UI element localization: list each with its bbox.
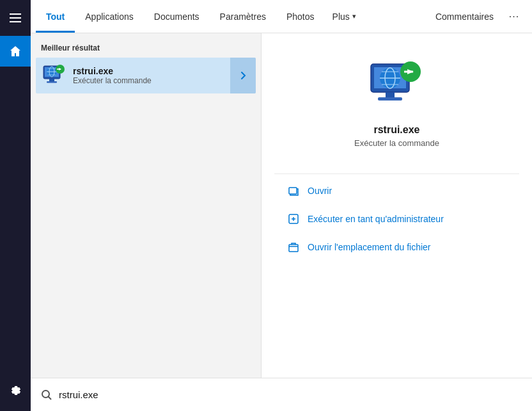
action-open-location[interactable]: Ouvrir l'emplacement du fichier (274, 233, 519, 261)
plus-label: Plus (332, 12, 350, 22)
action-ouvrir[interactable]: Ouvrir (274, 177, 519, 205)
svg-rect-19 (386, 92, 395, 97)
result-app-subtitle: Exécuter la commande (73, 76, 251, 85)
tab-applications[interactable]: Applications (75, 0, 144, 33)
svg-point-27 (42, 391, 49, 398)
commentaires-button[interactable]: Commentaires (430, 9, 499, 24)
arrow-right-icon (238, 70, 248, 81)
admin-icon (287, 213, 300, 225)
result-app-icon (41, 63, 66, 88)
search-input[interactable] (59, 389, 522, 400)
result-text-area: rstrui.exe Exécuter la commande (73, 66, 251, 85)
tab-photos[interactable]: Photos (276, 0, 325, 33)
svg-rect-8 (47, 81, 57, 83)
svg-rect-7 (49, 79, 54, 81)
chevron-down-icon: ▾ (352, 12, 356, 20)
content-area: Meilleur résultat (31, 33, 532, 378)
action-run-admin[interactable]: Exécuter en tant qu'administrateur (274, 205, 519, 233)
top-navigation: Tout Applications Documents Paramètres P… (31, 0, 532, 33)
svg-rect-26 (289, 245, 298, 252)
main-area: Tout Applications Documents Paramètres P… (31, 0, 532, 411)
more-options-button[interactable]: ··· (504, 6, 524, 27)
home-icon (9, 45, 22, 58)
menu-button[interactable] (0, 3, 31, 33)
action-run-admin-label: Exécuter en tant qu'administrateur (308, 214, 444, 224)
hamburger-icon (10, 13, 21, 22)
detail-actions-list: Ouvrir Exécuter en tant qu'administrateu… (274, 173, 519, 261)
tab-documents[interactable]: Documents (144, 0, 210, 33)
tab-parametres[interactable]: Paramètres (210, 0, 276, 33)
sidebar (0, 0, 31, 411)
action-open-location-label: Ouvrir l'emplacement du fichier (308, 242, 431, 252)
tab-tout[interactable]: Tout (36, 0, 75, 33)
detail-app-icon (368, 59, 425, 117)
nav-right-area: Commentaires ··· (430, 6, 532, 27)
svg-line-28 (49, 396, 52, 399)
best-result-item[interactable]: rstrui.exe Exécuter la commande (36, 58, 256, 93)
open-icon (287, 184, 300, 197)
nav-tabs-container: Tout Applications Documents Paramètres P… (31, 0, 430, 33)
results-panel: Meilleur résultat (31, 33, 261, 378)
action-ouvrir-label: Ouvrir (308, 186, 332, 196)
svg-rect-20 (378, 97, 402, 101)
result-app-name: rstrui.exe (73, 66, 251, 76)
ellipsis-icon: ··· (509, 11, 519, 22)
detail-app-name: rstrui.exe (373, 124, 419, 136)
home-button[interactable] (0, 36, 31, 67)
searchbar (31, 378, 532, 411)
detail-app-subtitle: Exécuter la commande (354, 138, 439, 148)
settings-button[interactable] (0, 375, 31, 406)
location-icon (287, 241, 300, 254)
svg-rect-24 (289, 188, 297, 194)
search-icon (41, 389, 52, 401)
section-label: Meilleur résultat (36, 41, 256, 58)
computer-svg-icon (42, 63, 66, 88)
result-arrow-button[interactable] (230, 58, 256, 93)
tab-plus[interactable]: Plus ▾ (325, 0, 364, 33)
settings-icon (9, 384, 22, 397)
detail-panel: rstrui.exe Exécuter la commande Ouvrir (261, 33, 532, 378)
detail-icon-area: rstrui.exe Exécuter la commande (354, 59, 439, 148)
